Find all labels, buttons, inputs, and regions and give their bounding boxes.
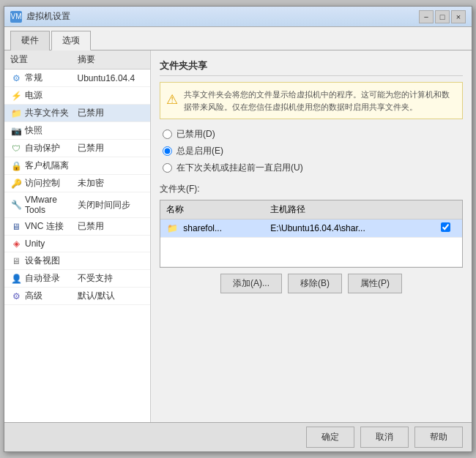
shared-folders-label: 共享文件夹 [25, 107, 69, 119]
setting-item-general[interactable]: ⚙ 常规 Ubuntu16.04.4 [4, 70, 150, 87]
setting-item-autologin[interactable]: 👤 自动登录 不受支持 [4, 270, 150, 288]
warning-text: 共享文件夹会将您的文件显示给虚拟机中的程序。这可能为您的计算机和数据带来风险。仅… [184, 89, 456, 113]
autoprotect-icon: 🛡 [10, 143, 22, 154]
title-bar-buttons: − □ × [419, 10, 466, 23]
power-icon: ⚡ [10, 90, 22, 102]
general-icon: ⚙ [10, 72, 22, 84]
autologin-icon: 👤 [10, 273, 22, 285]
section-title: 文件夹共享 [160, 59, 463, 76]
tab-hardware[interactable]: 硬件 [10, 31, 50, 50]
setting-item-autoprotect[interactable]: 🛡 自动保护 已禁用 [4, 140, 150, 157]
vmtools-label: VMware Tools [25, 195, 78, 215]
row-path: E:\Ubuntu16.04.4\shar... [264, 219, 429, 238]
row-folder-icon: 📁 [166, 222, 178, 234]
advanced-icon: ⚙ [10, 290, 22, 302]
radio-until-shutdown[interactable]: 在下次关机或挂起前一直启用(U) [163, 162, 463, 174]
folder-table: 名称 主机路径 📁 sharefol... E:\Ubuntu16.04.4\s… [160, 200, 462, 267]
deviceview-label: 设备视图 [25, 255, 60, 267]
unity-label: Unity [25, 239, 45, 249]
vnc-label: VNC 连接 [25, 220, 64, 233]
table-row[interactable]: 📁 sharefol... E:\Ubuntu16.04.4\shar... [160, 219, 462, 238]
window-title: 虚拟机设置 [26, 10, 70, 23]
table-empty-row [160, 238, 462, 267]
content-area: 设置 摘要 ⚙ 常规 Ubuntu16.04.4 ⚡ 电源 [4, 50, 472, 422]
help-button[interactable]: 帮助 [414, 427, 463, 448]
radio-always[interactable]: 总是启用(E) [163, 145, 463, 157]
title-bar: VM 虚拟机设置 − □ × [4, 7, 472, 27]
vnc-icon: 🖥 [10, 221, 22, 233]
radio-until-shutdown-input[interactable] [163, 163, 172, 173]
isolation-icon: 🔒 [10, 160, 22, 172]
vnc-value: 已禁用 [78, 220, 145, 233]
title-bar-left: VM 虚拟机设置 [10, 10, 70, 23]
right-panel: 文件夹共享 ⚠ 共享文件夹会将您的文件显示给虚拟机中的程序。这可能为您的计算机和… [151, 50, 472, 422]
row-name: 📁 sharefol... [160, 219, 264, 238]
setting-item-isolation[interactable]: 🔒 客户机隔离 [4, 157, 150, 175]
general-value: Ubuntu16.04.4 [78, 73, 145, 83]
autoprotect-value: 已禁用 [78, 142, 145, 154]
remove-folder-button[interactable]: 移除(B) [288, 274, 342, 293]
warning-icon: ⚠ [166, 90, 178, 113]
advanced-value: 默认/默认 [78, 290, 145, 302]
isolation-label: 客户机隔离 [25, 159, 69, 172]
access-value: 未加密 [78, 177, 145, 189]
vmtools-icon: 🔧 [10, 199, 22, 211]
vmtools-value: 关闭时间同步 [78, 199, 145, 211]
folder-table-container: 名称 主机路径 📁 sharefol... E:\Ubuntu16.04.4\s… [160, 200, 463, 268]
radio-group: 已禁用(D) 总是启用(E) 在下次关机或挂起前一直启用(U) [160, 128, 463, 174]
col-name: 名称 [160, 200, 264, 219]
deviceview-icon: 🖥 [10, 255, 22, 267]
setting-item-unity[interactable]: ◈ Unity [4, 236, 150, 252]
folder-actions: 添加(A)... 移除(B) 属性(P) [160, 274, 463, 293]
warning-box: ⚠ 共享文件夹会将您的文件显示给虚拟机中的程序。这可能为您的计算机和数据带来风险… [160, 82, 463, 119]
row-enabled[interactable] [429, 219, 462, 238]
setting-item-vnc[interactable]: 🖥 VNC 连接 已禁用 [4, 218, 150, 236]
minimize-button[interactable]: − [419, 10, 434, 23]
access-icon: 🔑 [10, 178, 22, 189]
add-folder-button[interactable]: 添加(A)... [220, 274, 282, 293]
snapshot-label: 快照 [25, 124, 42, 137]
shared-folders-value: 已禁用 [78, 107, 145, 119]
setting-item-shared-folders[interactable]: 📁 共享文件夹 已禁用 [4, 105, 150, 122]
radio-disabled-input[interactable] [163, 129, 172, 139]
autologin-label: 自动登录 [25, 272, 60, 285]
left-panel: 设置 摘要 ⚙ 常规 Ubuntu16.04.4 ⚡ 电源 [4, 50, 151, 422]
autologin-value: 不受支持 [78, 272, 145, 285]
folder-section-label: 文件夹(F): [160, 183, 463, 195]
cancel-button[interactable]: 取消 [360, 427, 409, 448]
setting-item-power[interactable]: ⚡ 电源 [4, 87, 150, 105]
setting-item-snapshot[interactable]: 📷 快照 [4, 122, 150, 140]
shared-folders-icon: 📁 [10, 108, 22, 119]
radio-always-input[interactable] [163, 146, 172, 156]
col-path: 主机路径 [264, 200, 429, 219]
snapshot-icon: 📷 [10, 125, 22, 137]
advanced-label: 高级 [25, 290, 42, 302]
autoprotect-label: 自动保护 [25, 142, 60, 154]
tab-bar: 硬件 选项 [4, 27, 472, 50]
general-label: 常规 [25, 72, 42, 84]
maximize-button[interactable]: □ [435, 10, 450, 23]
close-button[interactable]: × [451, 10, 466, 23]
properties-button[interactable]: 属性(P) [348, 274, 402, 293]
row-enabled-checkbox[interactable] [441, 222, 450, 232]
col-enabled [429, 200, 462, 219]
tab-options[interactable]: 选项 [51, 31, 91, 50]
power-label: 电源 [25, 89, 42, 102]
setting-item-advanced[interactable]: ⚙ 高级 默认/默认 [4, 288, 150, 305]
window-icon: VM [10, 11, 22, 23]
unity-icon: ◈ [10, 238, 22, 249]
radio-disabled[interactable]: 已禁用(D) [163, 128, 463, 140]
main-window: VM 虚拟机设置 − □ × 硬件 选项 设置 摘要 ⚙ [4, 6, 472, 452]
setting-item-vmtools[interactable]: 🔧 VMware Tools 关闭时间同步 [4, 192, 150, 218]
ok-button[interactable]: 确定 [306, 427, 354, 448]
setting-item-access[interactable]: 🔑 访问控制 未加密 [4, 175, 150, 192]
left-panel-header: 设置 摘要 [4, 50, 150, 70]
setting-item-deviceview[interactable]: 🖥 设备视图 [4, 252, 150, 270]
access-label: 访问控制 [25, 177, 60, 189]
bottom-bar: 确定 取消 帮助 [4, 422, 472, 451]
